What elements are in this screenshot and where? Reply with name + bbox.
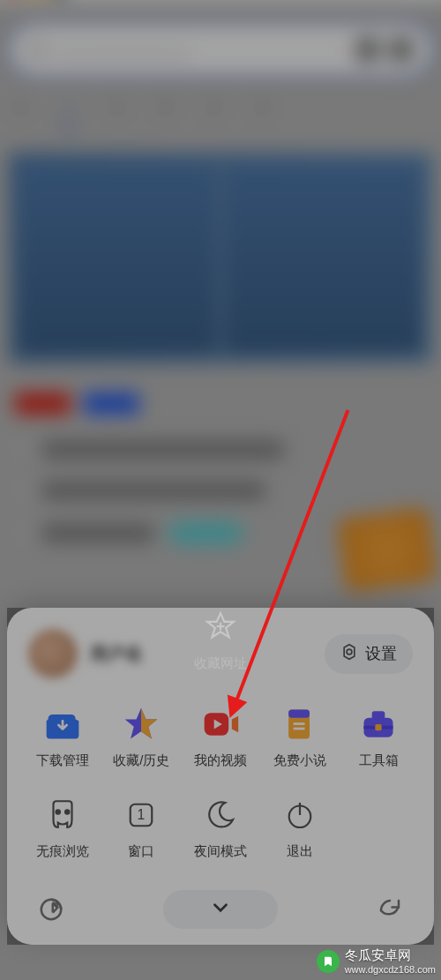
watermark-badge-icon xyxy=(317,950,340,973)
watermark-url: www.dgxcdz168.com xyxy=(345,964,436,975)
menu-label: 收藏网址 xyxy=(194,655,247,672)
menu-grid: 下载管理 收藏/历史 我的视频 xyxy=(23,694,418,878)
favorite-site-icon xyxy=(201,608,240,647)
watermark: 冬瓜安卓网 www.dgxcdz168.com xyxy=(317,947,436,975)
bottom-sheet-menu: 用户名 设置 下载管理 xyxy=(7,608,434,945)
watermark-title: 冬瓜安卓网 xyxy=(345,947,436,964)
menu-item-favorite-site[interactable]: 收藏网址 xyxy=(7,608,434,945)
